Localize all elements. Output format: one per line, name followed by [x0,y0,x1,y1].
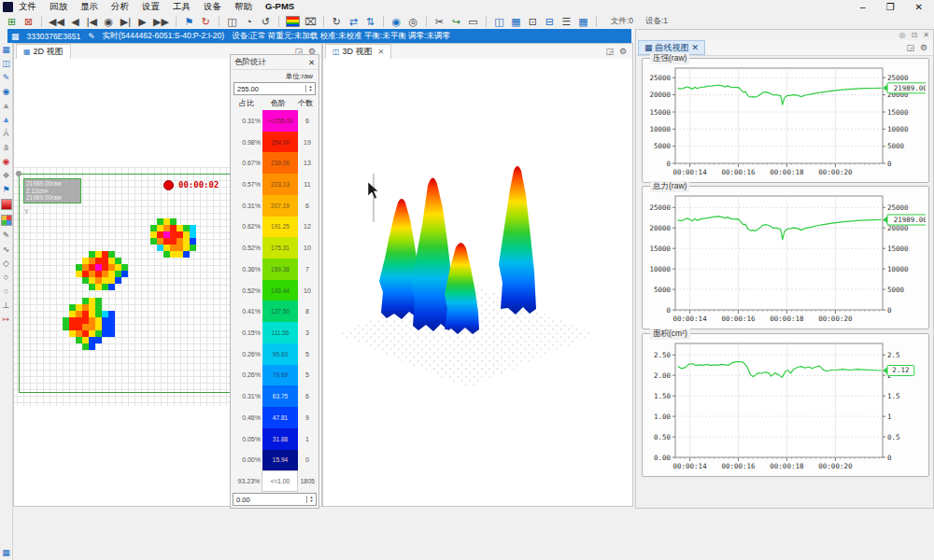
spinner-arrows[interactable]: ▲▼ [305,85,315,92]
menu-1[interactable]: 文件 [19,1,36,13]
cut-button[interactable]: ✂ [433,15,446,28]
play-end-button[interactable]: ▶| [120,15,132,28]
bottom-grid-icon[interactable]: ▦ [1,548,12,557]
pencil-icon[interactable]: ✎ [1,231,12,240]
minimize-button[interactable]: – [860,2,866,12]
pressure-cell [108,317,115,324]
dock-close-icon[interactable]: ✕ [923,31,929,39]
layout-columns-button[interactable]: ◫ [493,15,505,28]
avg-start-icon[interactable]: Ā [1,129,12,138]
add-view-button[interactable]: ⊞ [6,15,18,28]
menu-8[interactable]: 帮助 [234,1,252,13]
pressure-cell [95,317,102,324]
step-back-button[interactable]: ◀ [69,15,81,28]
step-forward-button[interactable]: ▶ [136,15,149,28]
clear-button[interactable]: ⌧ [304,15,317,28]
polygon-icon[interactable]: ◇ [1,259,12,268]
ruler-icon[interactable]: ⊥ [1,301,12,310]
pressure-cell [108,324,115,330]
menu-2[interactable]: 回放 [50,1,67,13]
menu-3[interactable]: 显示 [80,1,98,13]
close-icon[interactable]: ✕ [308,58,315,67]
menu-5[interactable]: 设置 [142,1,160,13]
layout-grid-button[interactable]: ▦ [510,15,522,28]
pin-button[interactable]: ⚑ [183,15,195,28]
pressure-cell [163,238,170,245]
tab-close-icon[interactable]: ✕ [692,43,700,52]
menu-6[interactable]: 工具 [173,1,191,13]
svg-text:00:00:20: 00:00:20 [818,168,853,176]
view-2d-icon[interactable]: ▦ [1,45,12,54]
peak-gray-icon[interactable]: ▲ [1,101,12,110]
pressure-cell [150,238,157,245]
menu-7[interactable]: 设备 [204,1,221,13]
pressure-cell [82,277,89,284]
settings-gear-icon[interactable]: ⚙ [920,43,927,52]
video-button[interactable]: ◫ [226,15,238,28]
record-target-icon[interactable]: ◉ [1,157,12,166]
pressure-cell [82,264,89,271]
dock-maximize-icon[interactable]: ⊡ [912,31,918,39]
brush-icon[interactable]: ✎ [1,73,12,82]
circle-select-icon[interactable]: ○ [1,287,12,296]
max-level-spinner[interactable]: 255.00 ▲▼ [234,82,316,95]
layout-tiles-button[interactable]: ▦ [577,15,589,28]
peak-blue-icon[interactable]: ▲ [1,115,12,124]
stamp-icon[interactable]: ❖ [1,171,12,180]
pressure-cell [108,251,115,258]
gauge-button[interactable]: ◔ [243,15,255,28]
pin-icon[interactable]: ⚑ [1,185,12,194]
skip-end-button[interactable]: ▶▶ [153,15,169,28]
target-off-button[interactable]: ◎ [407,15,419,28]
pressure-cell [69,304,76,311]
pressure-cell [82,317,89,324]
svg-text:15000: 15000 [887,108,909,117]
sensor-handle[interactable] [16,171,21,176]
min-level-spinner[interactable]: 0.00 ▲▼ [233,493,317,506]
svg-text:25000: 25000 [887,203,909,212]
export-region-icon[interactable]: ↦ [1,315,12,324]
layout-list-button[interactable]: ☰ [560,15,573,28]
pressure-cell [82,304,89,311]
edit-icon[interactable]: ✎ [88,32,95,41]
target-on-button[interactable]: ◉ [390,15,403,28]
color-scale-button[interactable] [286,16,300,27]
flip-vertical-button[interactable]: ⇅ [364,15,376,28]
play-start-button[interactable]: |◀ [86,15,98,28]
target-icon[interactable]: ◉ [1,87,12,96]
color-stats-row: 0.46%47.819 [233,407,317,428]
tab-close-icon[interactable]: ✕ [378,48,385,56]
replay-button[interactable]: ↺ [260,15,272,28]
pressure-cell [170,231,177,238]
layout-frame-button[interactable]: ⊡ [527,15,539,28]
menu-9[interactable]: G-PMS [265,1,294,13]
tab-2d-view[interactable]: ▦ 2D 视图 [16,44,71,59]
record-button[interactable]: ◉ [103,15,115,28]
close-view-button[interactable]: ⊠ [22,15,35,28]
view-3d-icon[interactable]: ◫ [1,59,12,68]
loop-button[interactable]: ↻ [200,15,212,28]
gradient-icon[interactable] [1,199,12,210]
layout-monitor-button[interactable]: ⊟ [544,15,556,28]
device-status-fields: 设备:正常 荷重元:未加载 校准:未校准 平衡:未平衡 调零:未调零 [232,31,450,42]
export-button[interactable]: ↪ [450,15,462,28]
tab-3d-view[interactable]: ◫ 3D 视图 ✕ [325,44,391,59]
rotate-button[interactable]: ↻ [331,15,343,28]
polyline-icon[interactable]: ∿ [1,245,12,254]
pressure-cell [89,264,95,271]
menu-4[interactable]: 分析 [111,1,129,13]
flip-horizontal-button[interactable]: ⇄ [347,15,360,28]
palette-icon[interactable] [1,215,12,226]
dock-float-icon[interactable]: ◎ [899,31,906,39]
avg-end-icon[interactable]: ā [1,143,12,152]
expand-icon[interactable]: ◲ [906,43,914,52]
frame-button[interactable]: ▭ [467,15,479,28]
skip-start-button[interactable]: ◀◀ [49,15,64,28]
canvas-3d[interactable] [323,59,632,506]
expand-icon[interactable]: ◲ [605,47,614,56]
close-button[interactable]: ✕ [915,2,923,12]
spinner-arrows[interactable]: ▲▼ [306,496,316,503]
maximize-button[interactable]: ❐ [886,2,895,12]
settings-gear-icon[interactable]: ⚙ [619,47,627,56]
ellipse-select-icon[interactable]: ○ [1,273,12,282]
